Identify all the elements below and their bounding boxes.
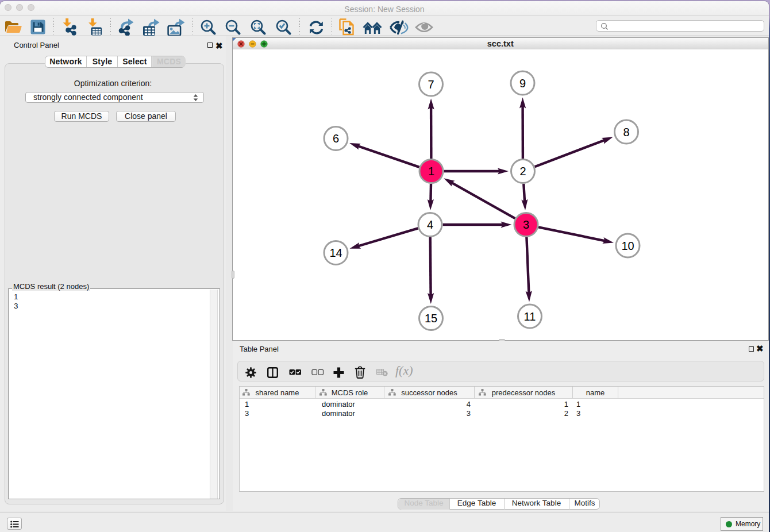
svg-text:9: 9 (519, 76, 526, 89)
svg-text:3: 3 (523, 218, 529, 231)
svg-text:15: 15 (425, 312, 437, 325)
svg-text:10: 10 (621, 239, 634, 252)
svg-text:1: 1 (428, 165, 434, 178)
svg-text:8: 8 (623, 125, 629, 138)
svg-text:11: 11 (524, 310, 536, 322)
svg-text:6: 6 (333, 132, 339, 145)
svg-text:14: 14 (329, 246, 342, 259)
svg-text:4: 4 (427, 218, 433, 231)
svg-text:7: 7 (428, 78, 434, 90)
svg-text:2: 2 (519, 165, 526, 178)
